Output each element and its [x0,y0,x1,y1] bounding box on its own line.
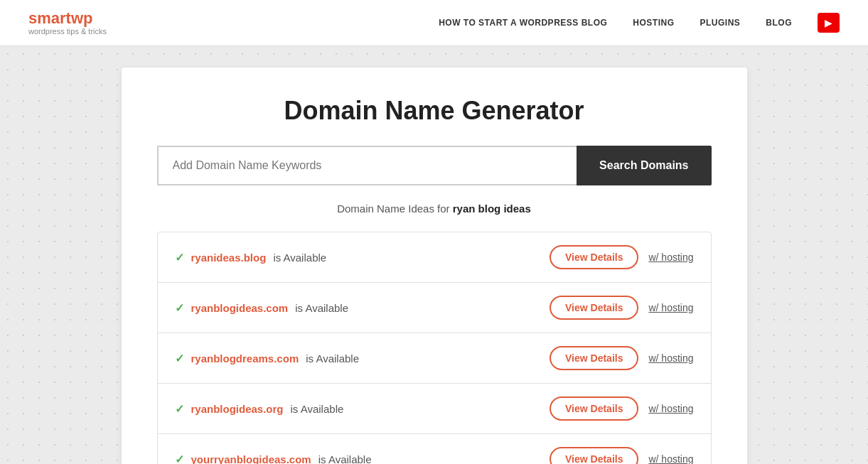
result-left-1: ✓ ryanblogideas.com is Available [175,301,349,315]
table-row: ✓ ryanblogideas.com is Available View De… [157,282,712,333]
search-row: Search Domains [157,146,712,185]
logo-text: smartwp [28,10,107,27]
result-right-4: View Details w/ hosting [550,447,694,464]
content-card: Domain Name Generator Search Domains Dom… [122,68,747,464]
result-right-3: View Details w/ hosting [550,396,694,421]
view-details-button-4[interactable]: View Details [550,447,638,464]
main-nav: HOW TO START A WORDPRESS BLOG HOSTING PL… [439,13,840,33]
domain-name-4: yourryanblogideas.com [191,453,311,465]
youtube-button[interactable] [818,13,840,33]
logo-main: smart [28,9,71,27]
subtitle-query: ryan blog ideas [453,203,531,215]
check-icon: ✓ [175,352,184,365]
domain-name-2: ryanblogdreams.com [191,352,299,365]
logo-subtitle: wordpress tips & tricks [28,27,107,36]
youtube-icon [825,17,832,28]
logo-accent: wp [71,9,93,27]
search-button[interactable]: Search Domains [577,146,711,185]
hosting-link-1[interactable]: w/ hosting [648,302,693,313]
result-right-2: View Details w/ hosting [550,346,694,370]
result-right-1: View Details w/ hosting [550,296,694,320]
table-row: ✓ ryanblogideas.org is Available View De… [157,383,712,434]
hosting-link-4[interactable]: w/ hosting [648,453,693,464]
check-icon: ✓ [175,402,184,416]
results-list: ✓ ryanideas.blog is Available View Detai… [157,232,712,464]
check-icon: ✓ [175,453,184,465]
hosting-link-0[interactable]: w/ hosting [648,252,693,263]
logo[interactable]: smartwp wordpress tips & tricks [28,10,107,36]
nav-how-to[interactable]: HOW TO START A WORDPRESS BLOG [439,18,607,28]
nav-hosting[interactable]: HOSTING [633,18,674,28]
view-details-button-0[interactable]: View Details [550,245,638,269]
domain-name-0: ryanideas.blog [191,252,267,264]
domain-name-1: ryanblogideas.com [191,302,289,314]
check-icon: ✓ [175,301,184,315]
search-input[interactable] [157,146,577,185]
avail-text-1: is Available [295,302,348,314]
site-header: smartwp wordpress tips & tricks HOW TO S… [0,0,868,46]
result-left-2: ✓ ryanblogdreams.com is Available [175,352,360,365]
view-details-button-1[interactable]: View Details [550,296,638,320]
result-left-3: ✓ ryanblogideas.org is Available [175,402,344,416]
results-subtitle: Domain Name Ideas for ryan blog ideas [157,203,712,215]
avail-text-3: is Available [291,403,344,415]
domain-name-3: ryanblogideas.org [191,403,284,415]
hosting-link-3[interactable]: w/ hosting [648,403,693,414]
main-background: Domain Name Generator Search Domains Dom… [0,46,868,464]
result-left-0: ✓ ryanideas.blog is Available [175,251,327,264]
result-right-0: View Details w/ hosting [550,245,694,269]
nav-plugins[interactable]: PLUGINS [700,18,740,28]
avail-text-2: is Available [306,352,359,365]
page-title: Domain Name Generator [157,96,712,126]
table-row: ✓ ryanblogdreams.com is Available View D… [157,333,712,384]
hosting-link-2[interactable]: w/ hosting [648,352,693,364]
subtitle-prefix: Domain Name Ideas for [337,203,453,215]
view-details-button-2[interactable]: View Details [550,346,638,370]
table-row: ✓ ryanideas.blog is Available View Detai… [157,232,712,283]
nav-blog[interactable]: BLOG [766,18,792,28]
avail-text-4: is Available [318,453,372,465]
avail-text-0: is Available [273,252,326,264]
check-icon: ✓ [175,251,184,264]
view-details-button-3[interactable]: View Details [550,396,638,421]
result-left-4: ✓ yourryanblogideas.com is Available [175,453,372,465]
table-row: ✓ yourryanblogideas.com is Available Vie… [157,433,712,464]
